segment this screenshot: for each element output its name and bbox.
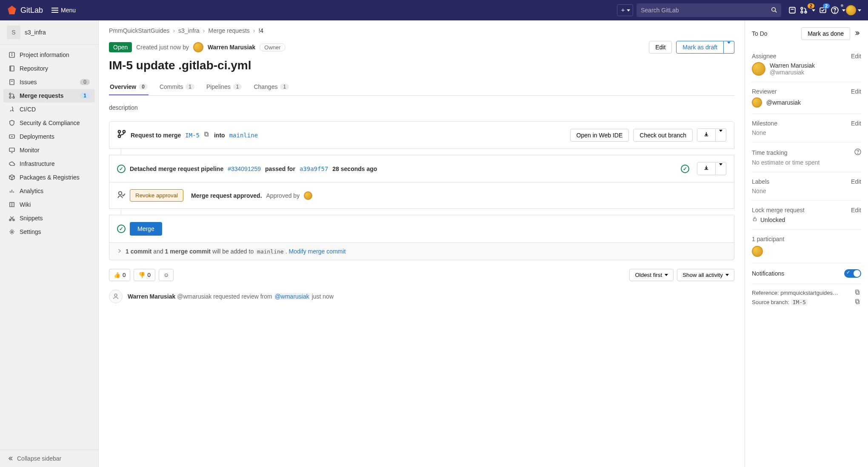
open-web-ide-button[interactable]: Open in Web IDE bbox=[570, 129, 629, 142]
status-badge: Open bbox=[109, 42, 132, 52]
modify-commit-link[interactable]: Modify merge commit bbox=[288, 248, 345, 255]
sidebar-item-merge-requests[interactable]: Merge requests 1 bbox=[3, 89, 95, 103]
author-name[interactable]: Warren Marusiak bbox=[208, 44, 255, 51]
labels-edit[interactable]: Edit bbox=[851, 178, 861, 185]
sidebar-item-label: Monitor bbox=[20, 147, 40, 154]
sort-dropdown[interactable]: Oldest first bbox=[629, 269, 674, 281]
activity-filter-dropdown[interactable]: Show all activity bbox=[677, 269, 734, 281]
sidebar-item-label: Issues bbox=[20, 79, 37, 85]
help-icon[interactable] bbox=[831, 3, 846, 17]
sidebar-item-deployments[interactable]: Deployments bbox=[3, 130, 95, 143]
merge-panel: Request to merge IM-5 into mainline Open… bbox=[109, 121, 734, 149]
lock-edit[interactable]: Edit bbox=[851, 207, 861, 214]
tab-overview[interactable]: Overview 0 bbox=[109, 79, 148, 95]
breadcrumb-group[interactable]: PmmQuickStartGuides bbox=[109, 27, 169, 34]
issues-icon[interactable] bbox=[785, 3, 800, 17]
deployments-icon bbox=[9, 133, 15, 140]
pipeline-id-link[interactable]: #334091259 bbox=[228, 165, 261, 172]
project-name: s3_infra bbox=[25, 29, 46, 36]
svg-point-4 bbox=[801, 7, 803, 9]
thumbs-up-button[interactable]: 👍0 bbox=[109, 269, 130, 281]
gear-icon bbox=[9, 228, 15, 235]
mr-count-badge: 2 bbox=[808, 3, 814, 9]
revoke-approval-button[interactable]: Revoke approval bbox=[130, 189, 183, 202]
project-header[interactable]: S s3_infra bbox=[0, 20, 98, 45]
search-box[interactable] bbox=[637, 3, 781, 17]
artifact-download-button[interactable] bbox=[697, 162, 716, 175]
tab-pipelines[interactable]: Pipelines 1 bbox=[206, 79, 243, 95]
activity-time: just now bbox=[312, 293, 334, 300]
copy-icon[interactable] bbox=[854, 289, 861, 296]
sidebar-item-cicd[interactable]: CI/CD bbox=[3, 103, 95, 116]
down-count: 0 bbox=[147, 272, 150, 278]
sidebar-item-snippets[interactable]: Snippets bbox=[3, 211, 95, 225]
logo-area[interactable]: GitLab bbox=[7, 5, 43, 15]
sidebar-item-label: Settings bbox=[20, 228, 41, 235]
sidebar-item-security[interactable]: Security & Compliance bbox=[3, 116, 95, 130]
source-branch[interactable]: IM-5 bbox=[185, 132, 200, 139]
new-dropdown[interactable]: ＋ bbox=[617, 4, 633, 16]
tab-changes[interactable]: Changes 1 bbox=[253, 79, 290, 95]
sidebar-item-repository[interactable]: Repository bbox=[3, 62, 95, 75]
reference-value: pmmquickstartguides… bbox=[780, 290, 838, 296]
menu-button[interactable]: Menu bbox=[51, 7, 76, 14]
edit-button[interactable]: Edit bbox=[649, 41, 672, 54]
thumbs-up-icon: 👍 bbox=[114, 272, 121, 278]
sidebar-item-wiki[interactable]: Wiki bbox=[3, 198, 95, 211]
tab-label: Changes bbox=[254, 83, 277, 90]
pipeline-sha-link[interactable]: a39a9f57 bbox=[300, 165, 328, 172]
assignee-name[interactable]: Warren Marusiak bbox=[770, 62, 815, 69]
sidebar-item-analytics[interactable]: Analytics bbox=[3, 184, 95, 198]
copy-icon[interactable] bbox=[204, 131, 210, 139]
collapse-right-icon[interactable] bbox=[854, 30, 861, 38]
svg-point-29 bbox=[118, 131, 121, 133]
download-dropdown[interactable] bbox=[716, 128, 726, 142]
mark-done-button[interactable]: Mark as done bbox=[801, 27, 850, 40]
activity-reviewer-link[interactable]: @wmarusiak bbox=[274, 293, 310, 300]
sidebar-item-issues[interactable]: Issues 0 bbox=[3, 75, 95, 89]
merge-requests-icon[interactable]: 2 bbox=[800, 3, 815, 17]
assignee-edit[interactable]: Edit bbox=[851, 53, 861, 60]
tab-commits[interactable]: Commits 1 bbox=[159, 79, 195, 95]
activity-author-handle[interactable]: @wmarusiak bbox=[177, 293, 211, 300]
status-passed-icon[interactable]: ✓ bbox=[681, 165, 689, 173]
sidebar-item-project-information[interactable]: Project information bbox=[3, 48, 95, 62]
sidebar-item-settings[interactable]: Settings bbox=[3, 225, 95, 239]
activity-author[interactable]: Warren Marusiak bbox=[128, 293, 175, 300]
target-branch[interactable]: mainline bbox=[229, 132, 258, 139]
sidebar-item-packages[interactable]: Packages & Registries bbox=[3, 171, 95, 184]
mark-draft-dropdown[interactable] bbox=[724, 41, 734, 54]
milestone-edit[interactable]: Edit bbox=[851, 120, 861, 127]
notifications-block: Notifications bbox=[752, 263, 861, 284]
breadcrumb-section[interactable]: Merge requests bbox=[208, 27, 250, 34]
thumbs-down-button[interactable]: 👎0 bbox=[134, 269, 155, 281]
mark-draft-button[interactable]: Mark as draft bbox=[676, 41, 724, 54]
download-button[interactable] bbox=[697, 128, 716, 142]
artifact-dropdown[interactable] bbox=[716, 162, 726, 175]
reviewer-edit[interactable]: Edit bbox=[851, 88, 861, 95]
check-out-branch-button[interactable]: Check out branch bbox=[633, 129, 693, 142]
expand-icon[interactable] bbox=[117, 248, 122, 255]
collapse-sidebar-button[interactable]: Collapse sidebar bbox=[0, 450, 98, 467]
reviewer-handle[interactable]: @wmarusiak bbox=[766, 99, 801, 106]
todos-icon[interactable]: 2 bbox=[815, 3, 831, 17]
approver-avatar-icon[interactable] bbox=[304, 191, 312, 200]
participants-block: 1 participant bbox=[752, 230, 861, 263]
copy-icon[interactable] bbox=[854, 299, 861, 305]
svg-point-17 bbox=[9, 93, 11, 95]
breadcrumb-project[interactable]: s3_infra bbox=[178, 27, 200, 34]
notifications-toggle[interactable] bbox=[844, 269, 861, 278]
participant-avatar-icon[interactable] bbox=[752, 246, 763, 257]
emoji-picker-button[interactable]: ☺ bbox=[159, 269, 174, 281]
merge-button[interactable]: Merge bbox=[130, 222, 162, 236]
sidebar-item-monitor[interactable]: Monitor bbox=[3, 143, 95, 157]
chevron-down-icon bbox=[725, 274, 729, 276]
help-icon[interactable] bbox=[854, 148, 861, 157]
assignee-label: Assignee bbox=[752, 53, 777, 60]
user-menu[interactable] bbox=[846, 3, 861, 17]
search-input[interactable] bbox=[641, 7, 771, 14]
issues-badge: 0 bbox=[80, 79, 90, 85]
reviewer-block: Reviewer Edit @wmarusiak bbox=[752, 82, 861, 114]
sidebar-item-infrastructure[interactable]: Infrastructure bbox=[3, 157, 95, 171]
milestone-value: None bbox=[752, 129, 861, 136]
